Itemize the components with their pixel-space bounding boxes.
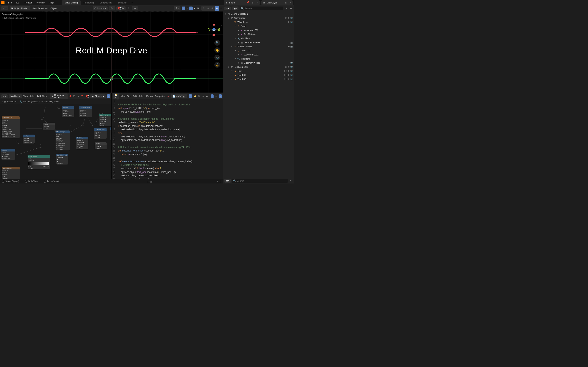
outliner-row[interactable]: ▾▽Waveform👁 📷 <box>223 20 294 24</box>
matprev-shading-icon[interactable]: ◐ <box>210 6 215 11</box>
3d-viewport[interactable]: Camera Orthographic (107) Scene Collecti… <box>0 11 223 93</box>
overlay-toggle[interactable]: ⊕ <box>189 7 193 10</box>
props-type[interactable]: ≣▾ <box>224 179 231 183</box>
editor-type-dropdown[interactable]: ✦▾ <box>1 6 8 10</box>
pin-icon[interactable]: 📌 <box>69 94 72 98</box>
geometry-node[interactable]: Combine XYZVector ●● XY 0.000Z 0.000 <box>79 106 92 117</box>
nodes-menu-add[interactable]: Add <box>37 95 41 98</box>
workspace-tab[interactable]: Scripting <box>115 0 130 5</box>
outliner-row[interactable]: ▾●Waveform.002 <box>223 28 294 32</box>
shield-icon[interactable]: 🛡 <box>189 94 192 98</box>
outliner-tree[interactable]: ▾▢Scene Collection▾▢Waveforms☑ 👁 📷▾▽Wave… <box>223 11 294 178</box>
syntax-icon[interactable]: ≣ <box>219 94 222 98</box>
menu-file[interactable]: File <box>6 1 14 5</box>
viewport-menu-object[interactable]: Object <box>51 7 57 9</box>
new-collection-icon[interactable]: ⊞ <box>289 7 293 10</box>
menu-help[interactable]: Help <box>47 1 56 5</box>
outliner-row[interactable]: ▾▢Waveforms☑ 👁 📷 <box>223 16 294 20</box>
outliner-row[interactable]: ▾▦GeometryNodes📷 <box>223 40 294 44</box>
outliner-row[interactable]: ▾aText.001↻ a 👁 📷 <box>223 73 294 77</box>
workspace-tab[interactable]: Video Editing <box>62 0 81 5</box>
xray-icon[interactable]: ▣ <box>196 7 200 10</box>
outliner-type[interactable]: ≣▾ <box>224 7 231 10</box>
outliner-row[interactable]: ▾🔧Modifiers <box>223 36 294 40</box>
geometry-node[interactable]: Combine XYZVector ●● X● YZ 0.000 <box>56 154 68 165</box>
pivot-dropdown[interactable]: ⊙▾ <box>109 6 115 10</box>
outliner-search[interactable]: 🔍 <box>240 7 283 10</box>
wrap-icon[interactable]: ↩ <box>215 94 217 98</box>
orientation-dropdown[interactable]: ⊕ Cursor ▾ <box>93 6 107 10</box>
snap-icon[interactable]: 🧲 <box>86 94 89 98</box>
outliner-row[interactable]: ▾▦GeometryNodes📷 <box>223 61 294 65</box>
workspace-tab[interactable]: Compositing <box>97 0 115 5</box>
pin-icon[interactable]: 📌 <box>246 1 250 4</box>
viewport-menu-select[interactable]: Select <box>38 7 44 9</box>
text-menu-edit[interactable]: Edit <box>133 95 137 98</box>
text-menu-view[interactable]: View <box>121 95 126 98</box>
mode-dropdown[interactable]: ▣Object Mode ▾ <box>9 6 30 10</box>
geometry-node[interactable]: MultiplyValue ●Multiply ▾☐ Clamp● Value●… <box>110 127 111 140</box>
breadcrumb-item[interactable]: Geometry Nodes <box>44 100 60 103</box>
visibility-dropdown[interactable]: 👁▾ <box>174 6 181 10</box>
text-menu-text[interactable]: Text <box>127 95 131 98</box>
text-menu-format[interactable]: Format <box>146 95 153 98</box>
geometry-node[interactable]: Color RampColor ●Alpha ●RGB ▾Pos 0.773● … <box>27 155 50 169</box>
outliner-row[interactable]: ▾▢TextElements☑ 👁 📷 <box>223 65 294 69</box>
close-icon[interactable]: ✕ <box>255 1 259 4</box>
nodes-menu-view[interactable]: View <box>23 95 28 98</box>
outliner-row[interactable]: ▾▽Waveform.001👁 📷 <box>223 44 294 49</box>
filter-icon[interactable]: ▽▾ <box>284 7 288 10</box>
rendered-shading-icon[interactable]: ◉ <box>215 6 219 11</box>
interp-dropdown[interactable]: ▣ Closest ▾ <box>90 94 106 98</box>
geometry-node[interactable]: MultiplyValue ●Multiply ▾☐ Clamp● Value●… <box>76 137 88 149</box>
nodes-canvas[interactable]: Wave TextureColor ●Fac ●Bands ▾Sine ▾● V… <box>0 104 111 184</box>
viewlayer-selector[interactable]: ▣ ⎘ ✕ <box>261 0 293 5</box>
close-icon[interactable]: ✕ <box>288 1 292 4</box>
breadcrumb-item[interactable]: GeometryNodes <box>23 100 38 103</box>
viewport-menu-add[interactable]: Add <box>45 7 49 9</box>
menu-edit[interactable]: Edit <box>14 1 22 5</box>
text-menu-select[interactable]: Select <box>138 95 145 98</box>
outliner-row[interactable]: ▾●Waveform.001 <box>223 53 294 57</box>
geometry-node[interactable]: Map RangeResult ●Float ▾Linear ▾☐ Clamp●… <box>56 131 70 150</box>
snap-dropdown[interactable]: 🧲⊞▾ <box>116 6 126 10</box>
close-icon[interactable]: ✕ <box>77 94 79 98</box>
code-area[interactable]: 9101112131415161718192021222324252627282… <box>112 99 223 179</box>
outliner-row[interactable]: ▾🔧Modifiers <box>223 57 294 61</box>
outliner-row[interactable]: ▾▽Cube.001 <box>223 49 294 53</box>
viewport-menu-view[interactable]: View <box>32 7 36 9</box>
wireframe-shading-icon[interactable]: ⊕ <box>201 6 206 11</box>
gizmo-toggle[interactable]: ⬊ <box>182 7 185 10</box>
menu-window[interactable]: Window <box>35 1 47 5</box>
scene-name-input[interactable] <box>229 1 245 4</box>
text-editor-type[interactable]: 📝▾ <box>113 93 119 100</box>
navigation-gizmo[interactable]: Z Y X <box>208 24 220 36</box>
falloff-dropdown[interactable]: ∿▾ <box>132 6 138 10</box>
copy-icon[interactable]: ⎘ <box>284 1 287 4</box>
outliner-row[interactable]: ▾●TextMaterial <box>223 32 294 36</box>
add-workspace-button[interactable]: + <box>130 0 135 5</box>
pan-icon[interactable]: ✋ <box>214 47 220 53</box>
new-icon[interactable]: ⎘ <box>198 94 200 98</box>
open-icon[interactable]: 📂 <box>194 94 196 98</box>
geometry-node[interactable]: Wave TextureColor ●Fac ●Bands ▾Sine ▾● V… <box>2 116 20 138</box>
geometry-node[interactable]: ValueValue ●7.000 <box>95 142 107 150</box>
run-script-button[interactable]: ▶ <box>206 94 208 98</box>
workspace-tab[interactable]: Rendering <box>81 0 97 5</box>
menu-render[interactable]: Render <box>23 1 34 5</box>
proportional-edit-icon[interactable]: ⊙ <box>127 7 130 10</box>
script-file-selector[interactable]: 📄 script2.py <box>171 94 187 98</box>
nodes-menu-node[interactable]: Node <box>42 95 47 98</box>
scene-selector[interactable]: ◆ 📌 ⎘ ✕ <box>224 0 260 5</box>
solid-shading-icon[interactable]: ● <box>206 6 210 11</box>
nodegroup-selector[interactable]: ✦ Geometry Nodes <box>50 93 68 99</box>
close-icon[interactable]: ✕ <box>202 94 204 98</box>
geometry-node[interactable]: MultiplyValue ●☐ Clamp● ValueValue 1.000 <box>62 106 74 117</box>
props-search-input[interactable] <box>237 180 287 182</box>
outliner-row[interactable]: ▾aText.002↻ a 👁 📷 <box>223 77 294 81</box>
outliner-search-input[interactable] <box>245 7 282 9</box>
linenum-icon[interactable]: ≡ <box>211 94 214 98</box>
pin2-icon[interactable]: 📍 <box>81 94 84 98</box>
home-icon[interactable]: ⌂ <box>2 100 3 103</box>
overlay-icon[interactable]: ⊕ <box>107 94 110 98</box>
